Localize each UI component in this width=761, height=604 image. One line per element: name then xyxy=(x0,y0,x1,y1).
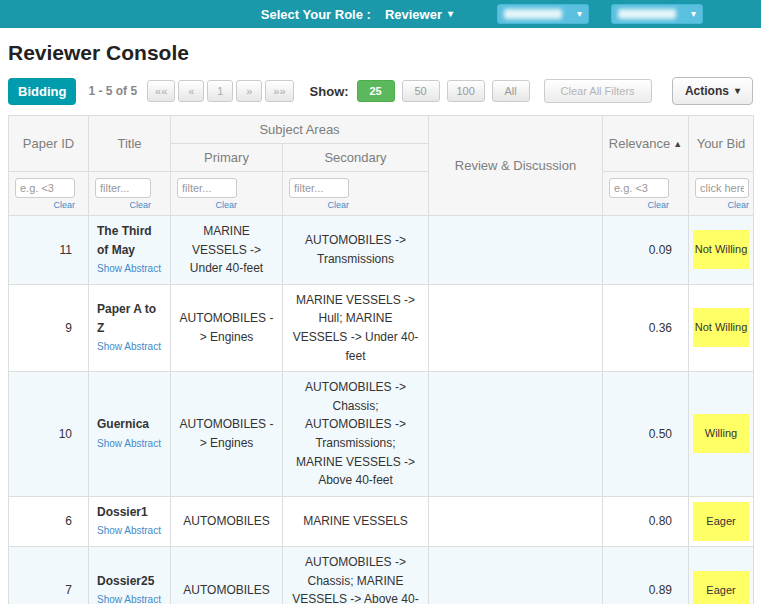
paper-id-filter-input[interactable] xyxy=(15,178,75,198)
bid-value[interactable]: Not Willing xyxy=(693,308,749,347)
bid-value[interactable]: Willing xyxy=(693,414,749,453)
filter-cell-your-bid: Clear xyxy=(689,172,754,216)
select-role-label: Select Your Role : xyxy=(261,7,371,22)
column-header-relevance[interactable]: Relevance▲ xyxy=(603,116,689,172)
review-discussion-cell xyxy=(429,284,603,371)
primary-subject-cell: AUTOMOBILES -> Engines xyxy=(171,284,283,371)
your-bid-cell: Not Willing xyxy=(689,284,754,371)
paper-id-cell: 9 xyxy=(9,284,89,371)
paper-title: Paper A to Z xyxy=(97,302,156,335)
paper-title: Dossier1 xyxy=(97,505,148,519)
column-header-secondary: Secondary xyxy=(283,144,429,172)
tab-bidding[interactable]: Bidding xyxy=(8,78,76,105)
pager-last-button[interactable]: »» xyxy=(265,80,293,102)
clear-secondary-filter-link[interactable]: Clear xyxy=(289,200,349,210)
show-abstract-link[interactable]: Show Abstract xyxy=(97,523,161,539)
bid-value[interactable]: Eager xyxy=(693,571,749,604)
review-discussion-cell xyxy=(429,216,603,285)
bid-value[interactable]: Eager xyxy=(693,502,749,541)
clear-all-filters-button[interactable]: Clear All Filters xyxy=(544,79,652,103)
filter-cell-relevance: Clear xyxy=(603,172,689,216)
pager-page-1-button[interactable]: 1 xyxy=(207,80,233,102)
clear-your-bid-filter-link[interactable]: Clear xyxy=(695,200,749,210)
table-row: 6 Dossier1 Show Abstract AUTOMOBILES MAR… xyxy=(9,496,754,546)
role-dropdown-value: Reviewer xyxy=(385,7,442,22)
title-filter-input[interactable] xyxy=(95,178,151,198)
role-dropdown[interactable]: Reviewer ▾ xyxy=(385,7,453,22)
page-size-all-button[interactable]: All xyxy=(492,80,530,102)
clear-title-filter-link[interactable]: Clear xyxy=(95,200,151,210)
column-header-paper-id: Paper ID xyxy=(9,116,89,172)
column-header-your-bid: Your Bid xyxy=(689,116,754,172)
your-bid-filter-input[interactable] xyxy=(695,178,749,198)
header-group-row: Paper ID Title Subject Areas Review & Di… xyxy=(9,116,754,144)
column-header-subject-areas: Subject Areas xyxy=(171,116,429,144)
pager-prev-button[interactable]: « xyxy=(178,80,204,102)
title-cell: Dossier1 Show Abstract xyxy=(89,496,171,546)
relevance-header-label: Relevance xyxy=(609,136,670,151)
page-title: Reviewer Console xyxy=(8,41,761,65)
paper-title: Guernica xyxy=(97,417,149,431)
clear-relevance-filter-link[interactable]: Clear xyxy=(609,200,669,210)
your-bid-cell: Not Willing xyxy=(689,216,754,285)
chevron-down-icon: ▾ xyxy=(735,86,740,96)
actions-button[interactable]: Actions ▾ xyxy=(672,77,753,105)
secondary-subject-cell: AUTOMOBILES -> Transmissions xyxy=(283,216,429,285)
your-bid-cell: Eager xyxy=(689,546,754,604)
page-size-100-button[interactable]: 100 xyxy=(447,80,485,102)
clear-primary-filter-link[interactable]: Clear xyxy=(177,200,237,210)
relevance-cell: 0.80 xyxy=(603,496,689,546)
filter-cell-primary: Clear xyxy=(171,172,283,216)
filter-cell-paper-id: Clear xyxy=(9,172,89,216)
show-abstract-link[interactable]: Show Abstract xyxy=(97,261,161,277)
papers-table: Paper ID Title Subject Areas Review & Di… xyxy=(8,115,754,604)
secondary-subject-cell: AUTOMOBILES -> Chassis; AUTOMOBILES -> T… xyxy=(283,372,429,497)
redacted-text xyxy=(504,9,562,19)
redacted-dropdown-1[interactable]: ▾ xyxy=(497,4,589,24)
result-count: 1 - 5 of 5 xyxy=(88,84,137,98)
actions-button-label: Actions xyxy=(685,84,729,98)
paper-id-cell: 10 xyxy=(9,372,89,497)
filter-cell-secondary: Clear xyxy=(283,172,429,216)
paper-id-cell: 7 xyxy=(9,546,89,604)
show-label: Show: xyxy=(310,84,349,99)
column-header-review-discussion: Review & Discussion xyxy=(429,116,603,216)
primary-subject-cell: AUTOMOBILES xyxy=(171,546,283,604)
relevance-cell: 0.36 xyxy=(603,284,689,371)
show-abstract-link[interactable]: Show Abstract xyxy=(97,436,161,452)
show-abstract-link[interactable]: Show Abstract xyxy=(97,339,161,355)
secondary-subject-cell: AUTOMOBILES -> Chassis; MARINE VESSELS -… xyxy=(283,546,429,604)
filter-row: Clear Clear Clear Clear xyxy=(9,172,754,216)
relevance-cell: 0.50 xyxy=(603,372,689,497)
chevron-down-icon: ▾ xyxy=(448,9,453,19)
paper-id-cell: 11 xyxy=(9,216,89,285)
filter-cell-title: Clear xyxy=(89,172,171,216)
show-abstract-link[interactable]: Show Abstract xyxy=(97,592,161,604)
column-header-primary: Primary xyxy=(171,144,283,172)
primary-filter-input[interactable] xyxy=(177,178,237,198)
bid-value[interactable]: Not Willing xyxy=(693,230,749,269)
clear-paper-id-filter-link[interactable]: Clear xyxy=(15,200,75,210)
table-row: 9 Paper A to Z Show Abstract AUTOMOBILES… xyxy=(9,284,754,371)
chevron-down-icon: ▾ xyxy=(577,9,582,19)
pager-first-button[interactable]: «« xyxy=(147,80,175,102)
sort-ascending-icon: ▲ xyxy=(673,139,682,149)
secondary-filter-input[interactable] xyxy=(289,178,349,198)
primary-subject-cell: MARINE VESSELS -> Under 40-feet xyxy=(171,216,283,285)
relevance-filter-input[interactable] xyxy=(609,178,669,198)
review-discussion-cell xyxy=(429,496,603,546)
column-header-title: Title xyxy=(89,116,171,172)
title-cell: Dossier25 Show Abstract xyxy=(89,546,171,604)
redacted-dropdown-2[interactable]: ▾ xyxy=(611,4,703,24)
page-size-25-button[interactable]: 25 xyxy=(357,80,395,102)
primary-subject-cell: AUTOMOBILES -> Engines xyxy=(171,372,283,497)
your-bid-cell: Eager xyxy=(689,496,754,546)
redacted-text xyxy=(618,9,676,19)
pager-next-button[interactable]: » xyxy=(236,80,262,102)
review-discussion-cell xyxy=(429,372,603,497)
page-size-50-button[interactable]: 50 xyxy=(402,80,440,102)
paper-id-cell: 6 xyxy=(9,496,89,546)
paper-title: The Third of May xyxy=(97,224,152,257)
review-discussion-cell xyxy=(429,546,603,604)
relevance-cell: 0.09 xyxy=(603,216,689,285)
